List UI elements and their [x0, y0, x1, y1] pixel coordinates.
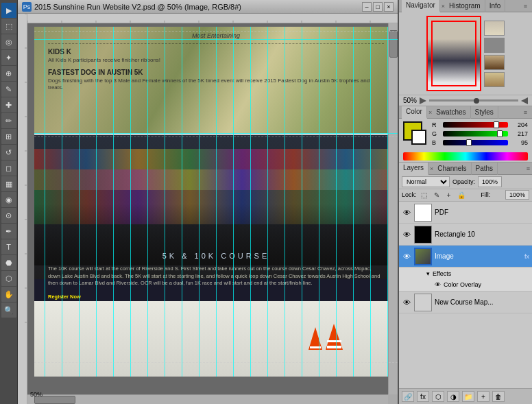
tool-dodge[interactable]: ⊙ — [1, 208, 16, 223]
tool-stamp[interactable]: ⊞ — [1, 129, 16, 144]
navigator-panel: Navigator × Histogram Info ≡ — [399, 0, 532, 106]
register-link[interactable]: Register Now — [48, 294, 81, 300]
layer-name-rect: Rectangle 10 — [435, 230, 529, 238]
layer-thumb-next — [414, 294, 432, 311]
layer-vis-rect[interactable]: 👁 — [402, 230, 411, 239]
tool-marquee[interactable]: ⬚ — [1, 19, 16, 34]
layers-panel-menu[interactable]: ≡ — [524, 165, 532, 172]
layer-item-pdf[interactable]: 👁 PDF — [399, 202, 532, 224]
color-panel-menu[interactable]: ≡ — [522, 109, 529, 116]
course-desc: The 10K course will start at the corner … — [48, 265, 384, 287]
section-race: 5K & 10K COURSE The 10K course will star… — [34, 135, 398, 377]
tab-swatches[interactable]: Swatches — [432, 106, 470, 119]
r-slider[interactable] — [443, 122, 508, 128]
svg-rect-11 — [27, 14, 398, 23]
color-panel: Color × Swatches Styles ≡ R — [399, 106, 532, 163]
window-controls: – □ × — [362, 2, 394, 12]
tab-layers[interactable]: Layers — [399, 163, 428, 175]
delete-layer-btn[interactable]: 🗑 — [492, 391, 505, 402]
eye-icon-overlay[interactable]: 👁 — [435, 281, 441, 288]
navigator-panel-close[interactable]: ≡ — [522, 3, 529, 10]
layer-item-next[interactable]: 👁 New Course Map... — [399, 292, 532, 313]
layers-controls: Normal Multiply Screen Opacity: 100% — [399, 175, 532, 189]
canvas-main[interactable]: Most Entertaining KIDS K All Kids K part… — [27, 23, 398, 404]
tool-pen[interactable]: ✒ — [1, 224, 16, 239]
tool-brush[interactable]: ✏ — [1, 113, 16, 128]
r-value: 204 — [511, 121, 528, 128]
tab-info[interactable]: Info — [485, 0, 506, 12]
g-slider[interactable] — [443, 131, 508, 136]
right-panel: Navigator × Histogram Info ≡ — [398, 0, 532, 404]
app-layout: ▶ ⬚ ◎ ✦ ⊕ ✎ ✚ ✏ ⊞ ↺ ◻ ▦ ◉ ⊙ ✒ T ⬣ ⬡ ✋ 🔍 … — [0, 0, 532, 404]
link-layers-btn[interactable]: 🔗 — [402, 391, 414, 402]
minimize-button[interactable]: – — [362, 2, 372, 12]
tool-hand[interactable]: ✋ — [1, 287, 16, 302]
fill-input[interactable] — [505, 190, 529, 200]
kids-k-title: KIDS K — [48, 48, 384, 56]
tool-quick-select[interactable]: ✦ — [1, 50, 16, 65]
color-overlay-label: Color Overlay — [444, 281, 481, 288]
window-titlebar: Ps 2015 Sunshine Run Website V2.psd @ 50… — [18, 0, 398, 14]
ruler-horizontal — [27, 14, 398, 23]
zoom-slider[interactable] — [429, 99, 518, 102]
tab-color[interactable]: Color — [402, 106, 427, 119]
tool-crop[interactable]: ⊕ — [1, 66, 16, 81]
zoom-status: 50% — [30, 391, 43, 398]
tool-shape[interactable]: ⬡ — [1, 271, 16, 286]
tab-paths[interactable]: Paths — [472, 163, 498, 175]
new-layer-btn[interactable]: + — [477, 391, 489, 402]
color-spectrum[interactable] — [403, 152, 528, 161]
layer-item-rect[interactable]: 👁 Rectangle 10 — [399, 224, 532, 246]
thumb-layer-2 — [484, 38, 505, 53]
opacity-label: Opacity: — [452, 178, 475, 185]
lock-image-icon[interactable]: ✎ — [432, 190, 442, 200]
tool-text[interactable]: T — [1, 239, 16, 254]
scrollbar-horizontal[interactable] — [27, 394, 388, 404]
tool-history[interactable]: ↺ — [1, 145, 16, 160]
effects-collapse-icon[interactable]: ▾ — [426, 270, 430, 277]
tool-eyedropper[interactable]: ✎ — [1, 82, 16, 97]
lock-position-icon[interactable]: + — [444, 190, 454, 200]
zoom-value: 50% — [403, 97, 417, 104]
tool-eraser[interactable]: ◻ — [1, 161, 16, 176]
g-label: G — [432, 130, 440, 137]
tool-zoom[interactable]: 🔍 — [1, 302, 16, 318]
background-swatch[interactable] — [411, 130, 426, 145]
thumb-layer-3 — [484, 55, 505, 70]
layer-thumb-rect — [414, 226, 432, 243]
tab-channels[interactable]: Channels — [433, 163, 471, 175]
tab-styles[interactable]: Styles — [471, 106, 498, 119]
tool-gradient[interactable]: ▦ — [1, 176, 16, 191]
tab-histogram[interactable]: Histogram — [445, 0, 485, 12]
group-btn[interactable]: 📁 — [462, 391, 474, 402]
layer-item-image[interactable]: 👁 Image fx — [399, 246, 532, 268]
blend-mode-select[interactable]: Normal Multiply Screen — [402, 176, 450, 187]
layer-vis-next[interactable]: 👁 — [402, 298, 411, 307]
red-channel-row: R 204 — [432, 121, 528, 128]
lock-label: Lock: — [402, 191, 417, 198]
maximize-button[interactable]: □ — [373, 2, 383, 12]
r-label: R — [432, 121, 440, 128]
adjustment-btn[interactable]: ◑ — [447, 391, 459, 402]
fg-bg-swatches[interactable] — [403, 121, 428, 146]
navigator-tabbar: Navigator × Histogram Info ≡ — [399, 0, 532, 12]
tool-path-select[interactable]: ⬣ — [1, 255, 16, 270]
tool-heal[interactable]: ✚ — [1, 97, 16, 112]
layer-name-pdf: PDF — [435, 209, 529, 216]
layer-vis-image[interactable]: 👁 — [402, 252, 411, 261]
tab-navigator[interactable]: Navigator — [402, 0, 440, 12]
section-top: Most Entertaining KIDS K All Kids K part… — [34, 27, 398, 133]
tool-lasso[interactable]: ◎ — [1, 34, 16, 49]
lock-transparent-icon[interactable]: ⬚ — [420, 190, 429, 200]
layer-vis-pdf[interactable]: 👁 — [402, 208, 411, 217]
tool-move[interactable]: ▶ — [1, 3, 16, 18]
most-entertaining-label: Most Entertaining — [48, 32, 384, 39]
layer-effect-color-overlay[interactable]: 👁 Color Overlay — [426, 279, 529, 290]
lock-all-icon[interactable]: 🔒 — [457, 190, 466, 200]
fx-btn[interactable]: fx — [417, 391, 429, 402]
close-button[interactable]: × — [384, 2, 394, 12]
tool-blur[interactable]: ◉ — [1, 192, 16, 207]
opacity-input[interactable]: 100% — [478, 176, 502, 187]
b-slider[interactable] — [443, 140, 508, 145]
mask-btn[interactable]: ⬡ — [432, 391, 444, 402]
